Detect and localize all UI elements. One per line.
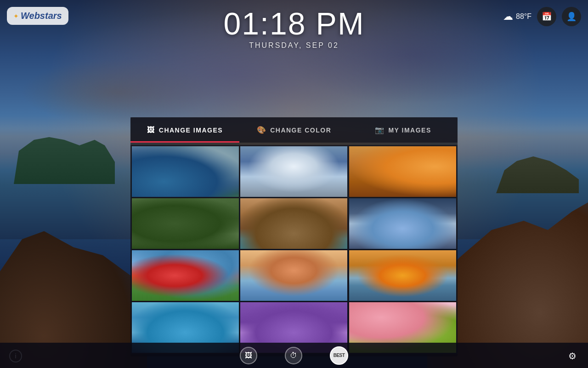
settings-gear-icon: ⚙ [568,351,577,362]
image-cell-7[interactable] [132,250,239,301]
profile-button[interactable]: 👤 [562,7,581,26]
best-label: BEST [334,353,345,358]
image-cell-1[interactable] [132,146,239,197]
change-images-icon: 🖼 [147,126,155,134]
speed-icon: ⏱ [290,351,297,360]
gallery-button[interactable]: 🖼 [240,347,257,364]
change-color-icon: 🎨 [257,126,267,134]
image-cell-4[interactable] [132,198,239,249]
gallery-icon: 🖼 [245,351,252,360]
header: 01:18 PM THURSDAY, SEP 02 [0,0,588,55]
tab-change-images-label: CHANGE IMAGES [159,126,223,134]
tab-my-images[interactable]: 📷 MY IMAGES [349,117,458,143]
weather-widget: ☁ 88°F [503,11,531,23]
best-button[interactable]: BEST [330,346,348,365]
image-cell-9[interactable] [349,250,456,301]
image-grid [130,145,458,354]
bottom-bar: 🖼 ⏱ BEST [0,343,588,368]
tabs-container: 🖼 CHANGE IMAGES 🎨 CHANGE COLOR 📷 MY IMAG… [130,117,458,143]
image-cell-8[interactable] [240,250,347,301]
tab-change-color[interactable]: 🎨 CHANGE COLOR [239,117,348,143]
top-right-icons: ☁ 88°F 📅 👤 [503,7,581,26]
profile-icon: 👤 [566,12,577,22]
image-cell-3[interactable] [349,146,456,197]
tab-change-images[interactable]: 🖼 CHANGE IMAGES [130,117,239,143]
cloud-icon: ☁ [503,11,513,23]
my-images-icon: 📷 [375,126,385,134]
image-cell-2[interactable] [240,146,347,197]
image-cell-5[interactable] [240,198,347,249]
calendar-icon: 📅 [542,12,552,22]
speed-button[interactable]: ⏱ [285,347,302,364]
tab-change-color-label: CHANGE COLOR [270,126,331,134]
tab-my-images-label: MY IMAGES [388,126,431,134]
date-display: THURSDAY, SEP 02 [249,41,339,50]
image-cell-6[interactable] [349,198,456,249]
calendar-button[interactable]: 📅 [537,7,556,26]
temperature-display: 88°F [516,12,531,21]
time-display: 01:18 PM [223,6,364,41]
settings-button[interactable]: ⚙ [566,350,579,362]
